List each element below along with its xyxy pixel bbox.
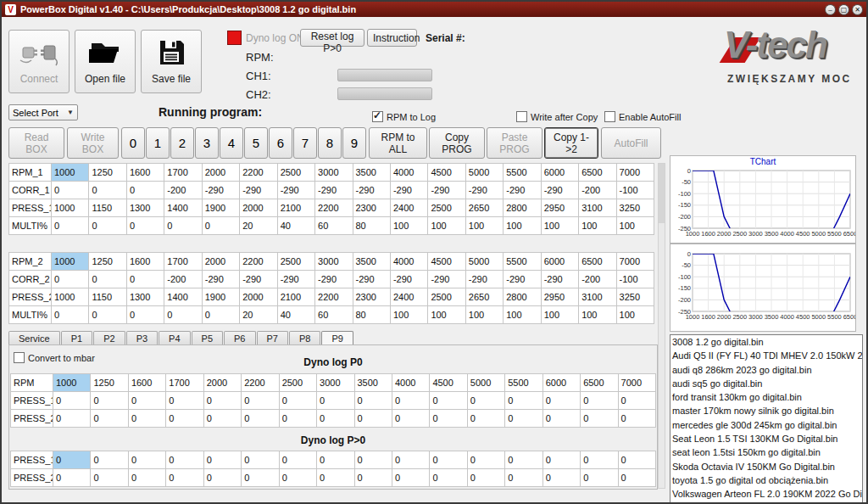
table-cell[interactable]: 100 (541, 306, 578, 324)
minimize-button[interactable]: – (825, 4, 836, 15)
table-cell[interactable]: 0 (279, 410, 316, 428)
table-cell[interactable]: 0 (202, 306, 239, 324)
table-cell[interactable]: 0 (392, 469, 429, 487)
digit-button-6[interactable]: 6 (269, 127, 292, 159)
table-cell[interactable]: -290 (428, 271, 465, 288)
table-cell[interactable]: 0 (128, 392, 165, 410)
table-cell[interactable]: 3000 (317, 374, 354, 392)
table-cell[interactable]: 2400 (390, 288, 427, 306)
table-cell[interactable]: 0 (505, 469, 542, 487)
table-cell[interactable]: 2200 (242, 374, 279, 392)
table-cell[interactable]: 5500 (504, 253, 541, 271)
table-cell[interactable]: 2950 (541, 288, 578, 306)
table-cell[interactable]: 100 (541, 217, 578, 235)
table-cell[interactable]: 3000 (315, 164, 353, 182)
table-cell[interactable]: 0 (505, 410, 542, 428)
table-cell[interactable]: -290 (240, 182, 277, 199)
file-list-item[interactable]: toyota 1.5 go digital od obciążenia.bin (670, 473, 862, 487)
table-cell[interactable]: 0 (126, 306, 164, 324)
table-cell[interactable]: 0 (89, 182, 126, 199)
table-cell[interactable]: 60 (315, 217, 353, 235)
table-cell[interactable]: 0 (505, 392, 542, 410)
table-cell[interactable]: 0 (166, 392, 203, 410)
table-cell[interactable]: 1700 (166, 374, 203, 392)
table-cell[interactable]: 0 (317, 451, 354, 469)
table-cell[interactable]: 6500 (579, 164, 616, 182)
table-cell[interactable]: 80 (353, 306, 390, 324)
table-cell[interactable]: 0 (53, 410, 91, 428)
close-button[interactable]: ✕ (852, 4, 863, 15)
table-cell[interactable]: 0 (354, 451, 392, 469)
table-cell[interactable]: 0 (242, 451, 279, 469)
table-cell[interactable]: 2650 (465, 288, 503, 306)
table-cell[interactable]: 0 (128, 410, 165, 428)
digit-button-1[interactable]: 1 (146, 127, 170, 159)
table-cell[interactable]: 0 (53, 469, 91, 487)
vertical-scrollbar[interactable] (658, 163, 665, 489)
digit-button-3[interactable]: 3 (195, 127, 219, 159)
table-cell[interactable]: 2650 (465, 199, 503, 217)
tab-p7[interactable]: P7 (257, 331, 288, 344)
table-cell[interactable]: 0 (279, 392, 316, 410)
table-cell[interactable]: 0 (505, 451, 542, 469)
table-cell[interactable]: 0 (618, 392, 655, 410)
table-cell[interactable]: 100 (390, 306, 427, 324)
table-cell[interactable]: -290 (541, 271, 578, 288)
table-cell[interactable]: 0 (242, 392, 279, 410)
table-cell[interactable]: 2100 (277, 288, 314, 306)
table-cell[interactable]: -100 (616, 271, 654, 288)
table-cell[interactable]: 0 (542, 392, 580, 410)
table-cell[interactable]: -290 (504, 182, 541, 199)
table-cell[interactable]: 0 (203, 451, 241, 469)
table-cell[interactable]: 0 (430, 392, 467, 410)
table-cell[interactable]: 3500 (354, 374, 392, 392)
table-cell[interactable]: 0 (354, 392, 392, 410)
table-cell[interactable]: 1000 (52, 253, 89, 271)
scrollbar-thumb[interactable] (659, 164, 665, 223)
rpm-to-all-button[interactable]: RPM to ALL (369, 127, 427, 159)
table-cell[interactable]: 0 (242, 469, 279, 487)
table-cell[interactable]: 0 (279, 451, 316, 469)
table-cell[interactable]: 6000 (542, 374, 580, 392)
table-cell[interactable]: 3250 (616, 199, 654, 217)
table-cell[interactable]: -290 (353, 182, 390, 199)
table-cell[interactable]: 2400 (390, 199, 427, 217)
table-cell[interactable]: 0 (53, 392, 91, 410)
table-cell[interactable]: 2500 (279, 374, 316, 392)
table-cell[interactable]: -290 (504, 271, 541, 288)
table-cell[interactable]: 5000 (467, 374, 504, 392)
table-cell[interactable]: 7000 (616, 164, 654, 182)
table-cell[interactable]: 100 (428, 217, 465, 235)
table-cell[interactable]: 4500 (428, 253, 465, 271)
table-cell[interactable]: 100 (390, 217, 427, 235)
table-cell[interactable]: -200 (579, 271, 616, 288)
table-cell[interactable]: 1700 (164, 253, 202, 271)
table-cell[interactable]: 1400 (164, 199, 202, 217)
table-cell[interactable]: 0 (317, 410, 354, 428)
table-cell[interactable]: 2800 (504, 199, 541, 217)
table-cell[interactable]: 4500 (430, 374, 467, 392)
copy-prog-button[interactable]: Copy PROG (429, 127, 485, 159)
autofill-button[interactable]: AutoFill (601, 127, 661, 159)
table-cell[interactable]: 3500 (353, 164, 390, 182)
digit-button-0[interactable]: 0 (121, 127, 145, 159)
table-cell[interactable]: 1600 (128, 374, 165, 392)
table-cell[interactable]: 2200 (315, 288, 353, 306)
table-cell[interactable]: 0 (89, 217, 126, 235)
file-list-item[interactable]: audi sq5 go digital.bin (670, 377, 862, 390)
table-cell[interactable]: 1250 (89, 253, 126, 271)
table-cell[interactable]: 2200 (240, 253, 277, 271)
table-cell[interactable]: 20 (240, 217, 277, 235)
table-cell[interactable]: -290 (428, 182, 465, 199)
file-list-item[interactable]: ford transit 130km go digital.bin (670, 390, 862, 404)
file-list-item[interactable]: mercedes gle 300d 245km go digital.bin (670, 418, 862, 432)
table-cell[interactable]: -290 (465, 182, 503, 199)
table-cell[interactable]: 0 (53, 451, 91, 469)
table-cell[interactable]: 0 (203, 469, 241, 487)
table-cell[interactable]: 0 (542, 410, 580, 428)
table-cell[interactable]: 100 (465, 306, 503, 324)
table-cell[interactable]: 0 (91, 451, 128, 469)
table-cell[interactable]: -290 (465, 271, 503, 288)
table-cell[interactable]: 20 (240, 306, 277, 324)
file-list-item[interactable]: Audi Q5 II (FY FL) 40 TDI MHEV 2.0 150kW… (670, 349, 862, 362)
